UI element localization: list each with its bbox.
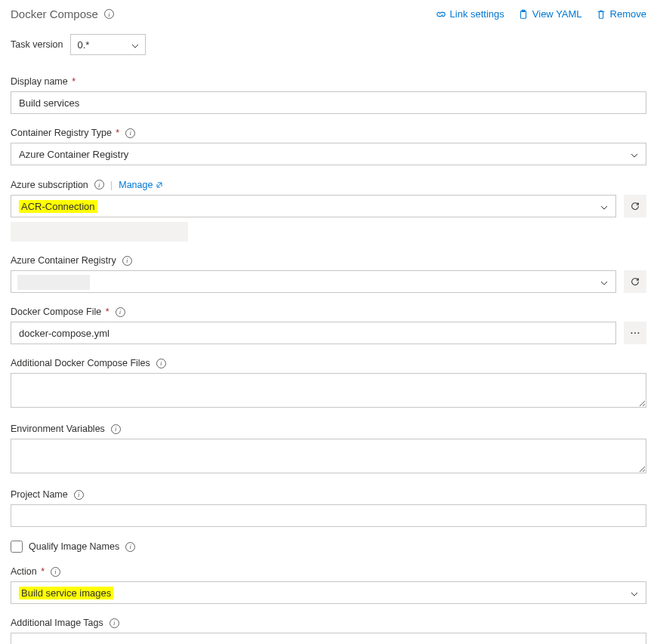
environment-variables-label: Environment Variables <box>11 424 105 434</box>
subscription-helper-block <box>11 222 188 242</box>
environment-variables-input[interactable] <box>11 439 646 473</box>
action-field: Action * i Build service images <box>11 566 646 604</box>
additional-image-tags-input[interactable] <box>11 633 646 644</box>
additional-image-tags-field: Additional Image Tags i <box>11 618 646 644</box>
display-name-label: Display name * <box>11 76 76 87</box>
info-icon[interactable]: i <box>94 180 104 190</box>
task-version-label: Task version <box>11 39 63 50</box>
qualify-image-names-label: Qualify Image Names <box>29 541 119 552</box>
container-registry-type-select[interactable]: Azure Container Registry <box>11 143 646 165</box>
chevron-down-icon <box>600 202 608 210</box>
link-icon <box>436 9 446 20</box>
refresh-icon <box>630 276 640 287</box>
info-icon[interactable]: i <box>51 567 60 577</box>
remove-button[interactable]: Remove <box>596 8 646 20</box>
docker-compose-file-field: Docker Compose File * i ··· <box>11 307 646 344</box>
info-icon[interactable]: i <box>104 9 114 19</box>
azure-container-registry-value-redacted <box>17 275 90 290</box>
task-version-row: Task version 0.* <box>11 34 646 55</box>
refresh-button[interactable] <box>624 270 646 293</box>
action-label: Action * <box>11 566 45 577</box>
action-value: Build service images <box>19 587 113 599</box>
chevron-down-icon <box>600 278 608 285</box>
external-link-icon <box>156 181 163 189</box>
info-icon[interactable]: i <box>125 542 135 552</box>
docker-compose-file-label: Docker Compose File * <box>11 307 110 317</box>
title-wrap: Docker Compose i <box>11 8 114 20</box>
azure-subscription-value: ACR-Connection <box>19 200 97 213</box>
manage-label: Manage <box>119 180 153 190</box>
link-settings-button[interactable]: Link settings <box>436 8 504 20</box>
ellipsis-icon: ··· <box>630 326 640 340</box>
azure-subscription-select[interactable]: ACR-Connection <box>11 195 616 217</box>
additional-compose-files-field: Additional Docker Compose Files i <box>11 358 646 410</box>
info-icon[interactable]: i <box>116 307 125 317</box>
browse-button[interactable]: ··· <box>624 322 646 344</box>
view-yaml-label: View YAML <box>532 8 582 20</box>
remove-label: Remove <box>610 8 646 20</box>
container-registry-type-label: Container Registry Type * <box>11 128 119 138</box>
header: Docker Compose i Link settings View YAML… <box>11 8 646 20</box>
task-version-value: 0.* <box>77 39 89 51</box>
info-icon[interactable]: i <box>156 359 166 368</box>
chevron-down-icon <box>631 150 638 158</box>
info-icon[interactable]: i <box>110 618 119 628</box>
qualify-image-names-field: Qualify Image Names i <box>11 541 646 553</box>
info-icon[interactable]: i <box>125 128 135 138</box>
refresh-button[interactable] <box>624 195 646 217</box>
manage-link[interactable]: Manage <box>119 180 163 190</box>
azure-container-registry-label: Azure Container Registry <box>11 255 116 266</box>
task-version-select[interactable]: 0.* <box>70 34 146 55</box>
azure-container-registry-field: Azure Container Registry i <box>11 255 646 293</box>
azure-subscription-field: Azure subscription i | Manage ACR-Connec… <box>11 179 646 242</box>
display-name-field: Display name * <box>11 76 646 114</box>
project-name-field: Project Name i <box>11 489 646 527</box>
info-icon[interactable]: i <box>122 256 132 266</box>
project-name-input[interactable] <box>11 504 646 527</box>
display-name-input[interactable] <box>11 91 646 114</box>
container-registry-type-value: Azure Container Registry <box>19 149 128 160</box>
project-name-label: Project Name <box>11 489 68 500</box>
link-settings-label: Link settings <box>450 8 504 20</box>
additional-image-tags-label: Additional Image Tags <box>11 618 103 628</box>
refresh-icon <box>630 201 640 211</box>
separator: | <box>110 179 113 190</box>
action-select[interactable]: Build service images <box>11 581 646 604</box>
view-yaml-button[interactable]: View YAML <box>518 8 582 20</box>
azure-subscription-label: Azure subscription <box>11 180 88 190</box>
chevron-down-icon <box>631 589 638 596</box>
chevron-down-icon <box>131 41 139 48</box>
header-links: Link settings View YAML Remove <box>436 8 646 20</box>
page-title: Docker Compose <box>11 8 98 20</box>
additional-compose-files-input[interactable] <box>11 373 646 408</box>
info-icon[interactable]: i <box>74 490 84 500</box>
container-registry-type-field: Container Registry Type * i Azure Contai… <box>11 128 646 165</box>
svg-rect-0 <box>520 11 526 18</box>
clipboard-icon <box>518 9 529 20</box>
info-icon[interactable]: i <box>111 424 121 434</box>
additional-compose-files-label: Additional Docker Compose Files <box>11 358 150 368</box>
qualify-image-names-checkbox[interactable] <box>11 541 23 553</box>
trash-icon <box>596 9 606 20</box>
azure-container-registry-select[interactable] <box>11 270 616 293</box>
docker-compose-file-input[interactable] <box>11 322 616 344</box>
environment-variables-field: Environment Variables i <box>11 424 646 476</box>
